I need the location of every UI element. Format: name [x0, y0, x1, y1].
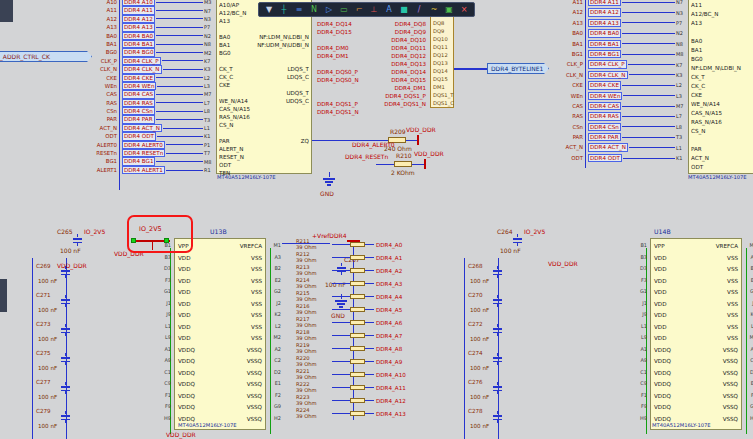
capacitor[interactable]: C278 100 nF — [466, 407, 530, 436]
polygon-tool-icon[interactable]: ■ — [397, 4, 411, 16]
selection-handle[interactable] — [131, 238, 136, 243]
net-label[interactable]: DDR4 ALERT0 — [122, 141, 165, 149]
net-label[interactable]: DDR4_DM0 — [317, 44, 373, 52]
byteline-port[interactable]: DDR4_BYTELINE1 — [487, 63, 549, 74]
net-name[interactable]: CAS — [560, 101, 583, 111]
net-label[interactable]: DDR4 BG1 — [588, 50, 621, 58]
net-label[interactable]: DDR4 ODT — [122, 132, 156, 140]
resistor[interactable] — [350, 346, 365, 351]
net-name[interactable]: BG1 — [560, 49, 583, 59]
net-label[interactable]: DDR4 BG1 — [122, 157, 155, 165]
net-label[interactable]: DDR4_DM1 — [317, 52, 373, 60]
net-label[interactable]: DDR4 RESETn — [122, 149, 165, 157]
capacitor[interactable]: C272 100 nF — [466, 320, 530, 349]
net-label[interactable] — [317, 92, 373, 100]
resistor[interactable] — [350, 242, 365, 247]
power-net-label[interactable]: IO_2V5 — [84, 229, 105, 235]
resistor[interactable] — [350, 294, 365, 299]
net-name[interactable]: CKE — [96, 74, 117, 82]
power-port-tool-icon[interactable]: ⊥ — [367, 4, 381, 16]
ddr4-power-ic-body[interactable]: VPP VREFCA VDD VSS VDD VSS VDD VSS VDD V… — [174, 238, 266, 430]
rail-wire[interactable] — [32, 258, 33, 439]
net-label[interactable]: DDR4_DQ15 — [378, 76, 426, 84]
net-name[interactable]: ACT_N — [560, 142, 583, 152]
capacitor[interactable]: C279 100 nF — [34, 407, 98, 436]
net-label[interactable]: DDR4_DQ15 — [317, 28, 373, 36]
net-name[interactable]: CKE — [560, 80, 583, 90]
net-name[interactable]: A11 — [96, 6, 117, 14]
net-name[interactable]: ACT_N — [96, 124, 117, 132]
capacitor-icon[interactable] — [512, 234, 523, 246]
power-net-label[interactable]: VDD_DDR — [414, 151, 444, 157]
net-name[interactable]: BA1 — [560, 39, 583, 49]
line-tool-icon[interactable]: / — [412, 4, 426, 16]
net-label[interactable]: DDR4 CAS — [588, 102, 621, 110]
harness-port[interactable]: 4_ADDR_CTRL_CK — [0, 51, 92, 62]
cursor-tool-icon[interactable]: ▼ — [262, 4, 276, 16]
harness-bus-wire[interactable] — [454, 68, 487, 70]
net-label[interactable]: DDR4 CLK_P — [122, 57, 161, 65]
net-label[interactable] — [317, 84, 373, 92]
net-label[interactable]: DDR4_DQS1_P — [317, 100, 373, 108]
signal-harness[interactable]: DQ8DQ9DQ10DQ11DQ12DQ13DQ14DQ15DM1DQS1_TD… — [430, 16, 454, 108]
net-label[interactable]: DDR4 RAS — [588, 112, 621, 120]
net-name[interactable]: CLK_P — [560, 59, 583, 69]
net-name[interactable]: CSn — [560, 122, 583, 132]
capacitor[interactable]: C276 100 nF — [466, 378, 530, 407]
resistor[interactable] — [350, 385, 365, 390]
capacitor[interactable]: C268 100 nF — [466, 262, 530, 291]
net-label[interactable]: DDR4_DQS1_P — [378, 92, 426, 100]
net-name[interactable]: CLK_N — [96, 65, 117, 73]
net-name[interactable]: A13 — [96, 23, 117, 31]
net-label[interactable]: DDR4 CKE — [122, 74, 155, 82]
net-label[interactable]: DDR4 ACT_N — [122, 124, 162, 132]
net-label[interactable] — [317, 60, 373, 68]
ddr4-ic-body[interactable]: A11A12/BC_NA13BA0BA1BG0NF:LDM_N\LDBI_NCK… — [688, 0, 753, 174]
net-label[interactable]: DDR4 BA1 — [588, 40, 621, 48]
net-label[interactable]: DDR4 A13 — [122, 23, 155, 31]
net-label[interactable] — [317, 116, 373, 124]
net-label[interactable]: DDR4_DQ12 — [378, 52, 426, 60]
net-name[interactable]: ODT — [560, 153, 583, 163]
image-tool-icon[interactable]: ▣ — [442, 4, 456, 16]
power-net-label[interactable]: IO_2V5 — [524, 229, 545, 235]
net-name[interactable]: A13 — [560, 18, 583, 28]
net-label[interactable]: DDR4 WEn — [122, 82, 156, 90]
net-label[interactable]: DDR4 CKE — [588, 81, 621, 89]
net-name[interactable]: RAS — [560, 111, 583, 121]
net-label[interactable]: DDR4 CLK_N — [122, 65, 162, 73]
resistor[interactable] — [350, 372, 365, 377]
net-label[interactable]: DDR4_ALERT0 — [352, 142, 395, 148]
net-label[interactable]: DDR4_DQ9 — [378, 28, 426, 36]
net-label[interactable]: DDR4 WEn — [588, 92, 622, 100]
net-label[interactable]: DDR4 CSn — [588, 123, 621, 131]
net-label[interactable]: DDR4_A9 — [376, 359, 402, 365]
net-label[interactable]: DDR4 CSn — [122, 107, 155, 115]
net-label[interactable]: DDR4 BG0 — [122, 48, 155, 56]
net-name[interactable]: RESETn — [96, 149, 117, 157]
net-label[interactable]: DDR4_A2 — [376, 268, 402, 274]
capacitor[interactable]: C269 100 nF — [34, 262, 98, 291]
capacitor[interactable]: C271 100 nF — [34, 291, 98, 320]
power-net-label[interactable]: VDD_DDR — [166, 432, 196, 438]
net-label[interactable]: DDR4_DQ14 — [378, 68, 426, 76]
net-label[interactable] — [317, 36, 373, 44]
net-label[interactable]: DDR4_DQS1_N — [317, 108, 373, 116]
net-label[interactable]: DDR4_DQ14 — [317, 20, 373, 28]
power-net-label[interactable]: VDD_DDR — [548, 261, 578, 267]
net-label[interactable]: DDR4_DQ13 — [378, 60, 426, 68]
net-label[interactable]: DDR4_DQS1_N — [378, 100, 426, 108]
panel-edge-tab[interactable] — [0, 279, 7, 312]
gnd-symbol-icon[interactable] — [322, 172, 336, 186]
rail-wire[interactable] — [464, 258, 465, 439]
net-label[interactable]: DDR4 BA1 — [122, 40, 155, 48]
net-label-tool-icon[interactable]: N — [307, 4, 321, 16]
sheet-symbol-tool-icon[interactable]: ▭ — [337, 4, 351, 16]
resistor[interactable] — [350, 320, 365, 325]
net-name[interactable]: A12 — [96, 15, 117, 23]
capacitor[interactable]: C273 100 nF — [34, 320, 98, 349]
net-name[interactable]: ALERT1 — [96, 166, 117, 174]
net-name[interactable]: BG0 — [96, 48, 117, 56]
net-label[interactable]: DDR4_DQ11 — [378, 44, 426, 52]
net-name[interactable]: BA1 — [96, 40, 117, 48]
